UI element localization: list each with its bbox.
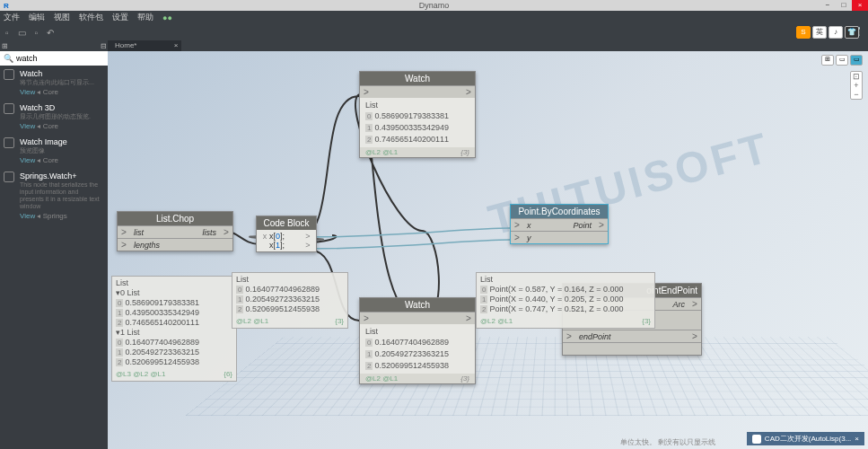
node-watch-1[interactable]: Watch >> List 00.586909179383381 10.4395… xyxy=(359,71,476,158)
view-3d-toggle[interactable]: ▭ xyxy=(836,55,848,66)
menu-help[interactable]: 帮助 xyxy=(137,12,153,23)
undo-icon[interactable]: ↶ xyxy=(47,28,54,38)
notif-close[interactable]: × xyxy=(855,435,859,443)
tab-close-icon[interactable]: × xyxy=(174,40,179,51)
watch-body: List 00.586909179383381 10.4395003353429… xyxy=(360,98,475,147)
node-header[interactable]: Watch xyxy=(360,298,475,312)
result-springswatch[interactable]: Springs.Watch+This node that serializes … xyxy=(0,168,108,224)
preview-point: List 0Point(X = 0.587, Y = 0.164, Z = 0.… xyxy=(476,272,655,329)
node-header[interactable]: List.Chop xyxy=(118,212,232,225)
in-port[interactable]: > xyxy=(511,220,523,230)
indicator-icon: ●● xyxy=(162,13,172,22)
tb-shirt[interactable]: 👕 xyxy=(845,26,859,39)
view-graph[interactable]: ⊞ xyxy=(821,55,834,66)
view-controls: ⊞ ▭ ▭ xyxy=(821,55,863,66)
sidebar: 🔍 × Watch将节点连向此端口可显示...View ◂ Core Watch… xyxy=(0,51,108,449)
tb-music[interactable]: ♪ xyxy=(829,26,843,39)
app-icon: R xyxy=(4,2,9,10)
result-watch[interactable]: Watch将节点连向此端口可显示...View ◂ Core xyxy=(0,66,108,100)
tb-s[interactable]: S xyxy=(796,26,811,39)
open-icon[interactable]: ▭ xyxy=(18,28,26,38)
library-toggle[interactable]: ⊞ xyxy=(0,42,9,50)
in-port[interactable]: > xyxy=(563,331,575,341)
notification[interactable]: CAD二次开发(AutoLisp(3...× xyxy=(747,432,864,445)
pin-icon[interactable]: ⊟ xyxy=(99,42,108,50)
grid-plane xyxy=(185,337,868,416)
title-bar: R Dynamo − □ × xyxy=(0,0,868,11)
close-button[interactable]: × xyxy=(852,0,868,11)
maximize-button[interactable]: □ xyxy=(836,0,852,11)
menu-settings[interactable]: 设置 xyxy=(112,12,128,23)
node-header[interactable]: Watch xyxy=(360,72,475,85)
node-header[interactable]: Code Block xyxy=(257,216,316,230)
out-port[interactable]: > xyxy=(688,331,701,341)
tab-home[interactable]: Home*× xyxy=(108,40,181,51)
tab-bar: ⊞ ⊟ Home*× xyxy=(0,40,868,51)
in-port[interactable]: > xyxy=(118,240,130,250)
fit-icon[interactable]: ⊡ xyxy=(851,72,862,81)
menu-file[interactable]: 文件 xyxy=(4,12,20,23)
save-icon[interactable]: ▫ xyxy=(35,28,39,38)
out-port[interactable]: > xyxy=(462,313,475,323)
result-watchimage[interactable]: Watch Image预览图像View ◂ Core xyxy=(0,134,108,168)
in-port[interactable]: > xyxy=(118,227,130,237)
search-box[interactable]: 🔍 × xyxy=(0,51,108,66)
search-input[interactable] xyxy=(16,54,117,63)
in-port[interactable]: > xyxy=(360,313,373,323)
search-icon: 🔍 xyxy=(4,54,13,63)
menu-packages[interactable]: 软件包 xyxy=(79,12,103,23)
menu-edit[interactable]: 编辑 xyxy=(29,12,45,23)
notif-icon xyxy=(752,435,761,444)
menu-bar: 文件 编辑 视图 软件包 设置 帮助 ●● xyxy=(0,11,868,24)
watch-body: List 00.164077404962889 10.2054927233632… xyxy=(360,324,475,374)
preview-listchop: List ▾0 List 00.586909179383381 10.43950… xyxy=(111,276,237,382)
toolbar: ▫ ▭ ▫ ↶ 📷 S 英 ♪ 👕 xyxy=(0,24,868,40)
view-3d[interactable]: ▭ xyxy=(850,55,863,66)
zoom-out[interactable]: − xyxy=(851,90,862,99)
node-codeblock[interactable]: Code Block xx[0];x[1];>> xyxy=(256,216,317,252)
menu-view[interactable]: 视图 xyxy=(54,12,70,23)
out-port[interactable]: > xyxy=(595,220,608,230)
in-port[interactable]: > xyxy=(360,87,373,97)
tb-lang[interactable]: 英 xyxy=(812,26,827,39)
node-pointbycoord[interactable]: Point.ByCoordinates >xPoint> >y xyxy=(510,204,609,244)
out-port[interactable]: > xyxy=(462,87,475,97)
graph-canvas[interactable]: TUITUISOFT Watch >> List 00.586909179383… xyxy=(108,51,868,449)
node-listchop[interactable]: List.Chop >listlists> >lengths xyxy=(117,211,233,251)
in-port[interactable]: > xyxy=(511,233,523,242)
minimize-button[interactable]: − xyxy=(820,0,836,11)
status-text: 单位太快。 剩没有以只显示线 xyxy=(620,437,715,447)
new-icon[interactable]: ▫ xyxy=(5,28,9,38)
zoom-in[interactable]: + xyxy=(851,81,862,90)
node-watch-2[interactable]: Watch >> List 00.164077404962889 10.2054… xyxy=(359,297,476,384)
window-title: Dynamo xyxy=(419,1,450,10)
result-watch3d[interactable]: Watch 3D显示几何图形的动态预览.View ◂ Core xyxy=(0,100,108,134)
out-port[interactable]: > xyxy=(220,227,232,237)
node-header[interactable]: Point.ByCoordinates xyxy=(511,205,608,218)
zoom-controls: ⊡ + − xyxy=(850,71,863,100)
out-port[interactable]: > xyxy=(688,299,701,309)
preview-codeblock: List 00.164077404962889 10.2054927233632… xyxy=(232,272,348,329)
